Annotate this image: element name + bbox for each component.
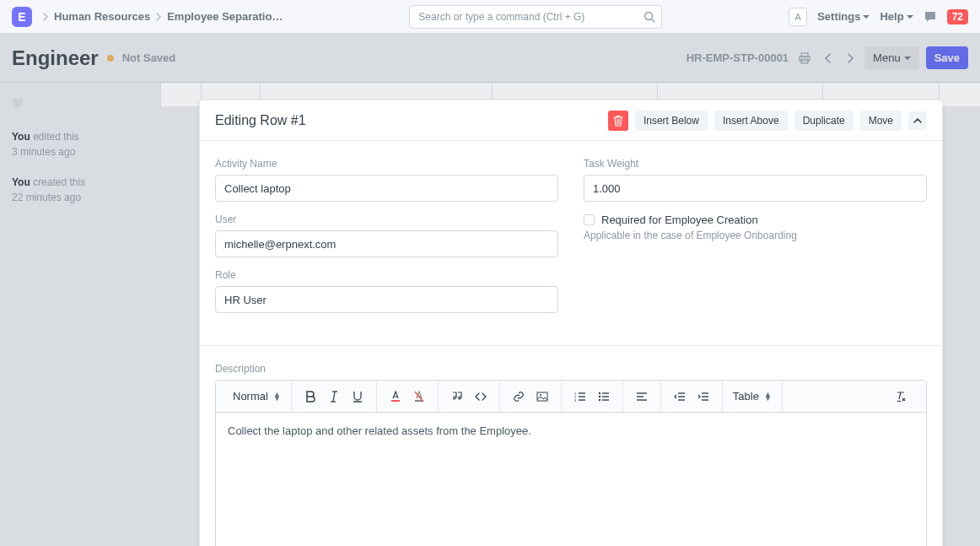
role-label: Role bbox=[215, 269, 558, 281]
search-input[interactable] bbox=[409, 5, 662, 29]
modal-title: Editing Row #1 bbox=[215, 113, 306, 128]
chat-icon[interactable] bbox=[923, 10, 937, 24]
svg-point-19 bbox=[599, 392, 600, 393]
editor-toolbar: Normal ▲▼ bbox=[216, 381, 926, 413]
timeline-time: 3 minutes ago bbox=[12, 144, 148, 159]
required-label: Required for Employee Creation bbox=[601, 214, 758, 226]
breadcrumb-item[interactable]: Human Resources bbox=[54, 10, 150, 23]
required-checkbox[interactable] bbox=[584, 214, 595, 225]
trash-icon bbox=[613, 115, 623, 127]
task-weight-label: Task Weight bbox=[584, 158, 927, 170]
svg-rect-11 bbox=[537, 392, 547, 401]
like-icon[interactable] bbox=[12, 98, 148, 109]
breadcrumb-item[interactable]: Employee Separatio… bbox=[167, 10, 283, 23]
align-left-icon bbox=[636, 392, 648, 402]
rich-text-editor: Normal ▲▼ bbox=[215, 380, 927, 546]
link-button[interactable] bbox=[507, 385, 530, 408]
activity-name-input[interactable] bbox=[215, 175, 558, 202]
timeline-entry: You created this 22 minutes ago bbox=[12, 175, 148, 205]
user-input[interactable] bbox=[215, 230, 558, 257]
search-icon[interactable] bbox=[643, 11, 655, 23]
align-button[interactable] bbox=[630, 385, 654, 408]
timeline-time: 22 minutes ago bbox=[12, 190, 148, 205]
quote-icon bbox=[451, 392, 463, 402]
notification-badge[interactable]: 72 bbox=[947, 9, 968, 24]
move-button[interactable]: Move bbox=[860, 111, 902, 131]
breadcrumb: Human Resources Employee Separatio… bbox=[42, 10, 283, 23]
bullet-list-button[interactable] bbox=[592, 385, 616, 408]
outdent-button[interactable] bbox=[668, 385, 692, 408]
activity-name-label: Activity Name bbox=[215, 158, 558, 170]
app-logo[interactable]: E bbox=[12, 7, 32, 27]
timeline-entry: You edited this 3 minutes ago bbox=[12, 129, 148, 159]
svg-line-5 bbox=[333, 392, 335, 402]
settings-menu[interactable]: Settings bbox=[817, 10, 870, 23]
timeline-action: edited this bbox=[33, 131, 79, 143]
bullet-list-icon bbox=[598, 392, 610, 402]
svg-point-20 bbox=[599, 395, 600, 397]
timeline-action: created this bbox=[33, 176, 85, 188]
bold-button[interactable] bbox=[299, 385, 322, 408]
svg-point-21 bbox=[599, 398, 600, 400]
collapse-button[interactable] bbox=[908, 111, 927, 130]
clear-format-icon bbox=[895, 391, 907, 403]
image-button[interactable] bbox=[530, 385, 554, 408]
code-block-button[interactable] bbox=[469, 385, 493, 408]
underline-icon bbox=[353, 391, 363, 403]
caret-down-icon bbox=[863, 15, 870, 22]
link-icon bbox=[513, 391, 525, 403]
editor-content[interactable]: Collect the laptop and other related ass… bbox=[216, 413, 926, 546]
format-option-label: Normal bbox=[233, 390, 268, 403]
delete-row-button[interactable] bbox=[608, 111, 628, 131]
svg-point-12 bbox=[540, 394, 541, 396]
format-select[interactable]: Normal ▲▼ bbox=[229, 390, 284, 403]
navbar: E Human Resources Employee Separatio… A … bbox=[0, 0, 980, 34]
description-label: Description bbox=[215, 363, 927, 375]
ordered-list-icon: 123 bbox=[574, 392, 586, 402]
text-color-button[interactable] bbox=[384, 385, 407, 408]
sidebar: You edited this 3 minutes ago You create… bbox=[0, 83, 160, 546]
clear-format-button[interactable] bbox=[889, 385, 913, 408]
underline-button[interactable] bbox=[346, 385, 369, 408]
image-icon bbox=[536, 392, 548, 402]
code-icon bbox=[475, 392, 487, 402]
table-label: Table bbox=[733, 390, 759, 403]
timeline-user: You bbox=[12, 131, 30, 143]
outdent-icon bbox=[674, 392, 686, 402]
text-color-icon bbox=[390, 391, 401, 403]
svg-rect-8 bbox=[391, 400, 400, 402]
italic-button[interactable] bbox=[322, 385, 346, 408]
role-input[interactable] bbox=[215, 286, 558, 313]
avatar[interactable]: A bbox=[789, 8, 807, 26]
duplicate-button[interactable]: Duplicate bbox=[794, 111, 853, 131]
indent-button[interactable] bbox=[692, 385, 715, 408]
caret-down-icon bbox=[907, 15, 913, 22]
required-help-text: Applicable in the case of Employee Onboa… bbox=[584, 230, 927, 241]
settings-label: Settings bbox=[817, 10, 860, 23]
help-menu[interactable]: Help bbox=[880, 10, 913, 23]
sort-icon: ▲▼ bbox=[273, 392, 281, 401]
blockquote-button[interactable] bbox=[445, 385, 469, 408]
insert-above-button[interactable]: Insert Above bbox=[714, 111, 788, 131]
sort-icon: ▲▼ bbox=[764, 392, 772, 401]
highlight-button[interactable] bbox=[407, 385, 431, 408]
timeline-user: You bbox=[12, 176, 30, 188]
insert-below-button[interactable]: Insert Below bbox=[635, 111, 708, 131]
highlight-icon bbox=[413, 391, 425, 403]
help-label: Help bbox=[880, 10, 903, 23]
task-weight-input[interactable] bbox=[584, 175, 927, 202]
italic-icon bbox=[330, 391, 338, 403]
table-select[interactable]: Table ▲▼ bbox=[730, 390, 775, 403]
svg-text:3: 3 bbox=[574, 397, 577, 402]
indent-icon bbox=[697, 392, 709, 402]
chevron-up-icon bbox=[913, 118, 922, 123]
ordered-list-button[interactable]: 123 bbox=[568, 385, 592, 408]
row-editor-modal: Editing Row #1 Insert Below Insert Above… bbox=[199, 100, 943, 546]
user-label: User bbox=[215, 214, 558, 225]
bold-icon bbox=[305, 391, 315, 403]
chevron-right-icon bbox=[155, 13, 162, 21]
svg-line-1 bbox=[652, 19, 655, 22]
chevron-right-icon bbox=[42, 13, 49, 21]
